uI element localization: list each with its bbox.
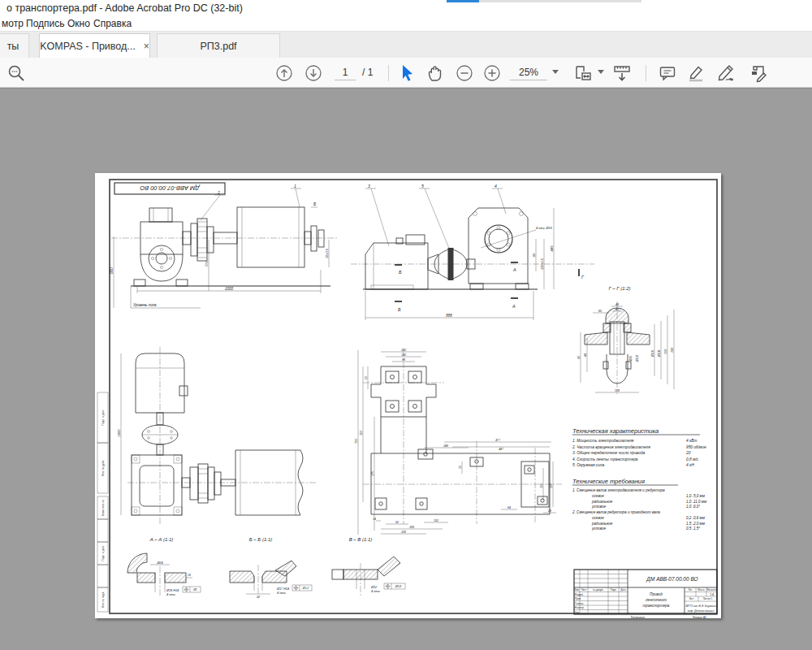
menu-item-view[interactable]: мотр [2, 18, 24, 29]
svg-text:250: 250 [550, 483, 553, 489]
fit-width-icon[interactable] [573, 63, 593, 83]
margin-label: Инв. № подл. [102, 592, 105, 608]
svg-text:800: 800 [110, 267, 114, 274]
fit-dropdown-caret[interactable] [598, 70, 604, 74]
svg-text:720: 720 [355, 439, 358, 444]
svg-text:0,2..0,6 мм: 0,2..0,6 мм [686, 516, 706, 520]
svg-text:Ø108: Ø108 [658, 350, 661, 358]
detail-aa: Ø24 16 Ø18 Н14 4 отв. Ø1 [127, 553, 201, 597]
svg-text:44: 44 [584, 353, 587, 357]
svg-text:Ø105: Ø105 [651, 350, 654, 358]
main-toolbar: 1 / 1 25% [0, 58, 812, 88]
section-title-gg: Г – Г (1:2) [608, 286, 630, 291]
svg-text:Н.контр.: Н.контр. [575, 606, 585, 609]
svg-text:60: 60 [598, 310, 602, 313]
margin-label: Подп. и дата [102, 410, 105, 425]
tab-label: РП3.pdf [200, 41, 236, 52]
svg-text:0,5..1,5°: 0,5..1,5° [686, 526, 700, 531]
zoom-in-icon[interactable] [482, 63, 502, 83]
search-icon[interactable] [6, 63, 26, 83]
svg-text:1. Смещение валов электродвига: 1. Смещение валов электродвигателя и ред… [572, 488, 665, 492]
svg-text:осевое: осевое [592, 516, 604, 520]
comment-tool-icon[interactable] [658, 63, 677, 83]
svg-text:1. Мощность электродвигателя: 1. Мощность электродвигателя [572, 439, 634, 443]
svg-text:Ø18 Н14: Ø18 Н14 [166, 589, 179, 592]
section-title-aa: А – А (1:1) [149, 537, 174, 542]
svg-text:1000: 1000 [225, 287, 234, 291]
position-tolerance-frame: Ø1 [183, 587, 201, 592]
highlight-tool-icon[interactable] [686, 63, 706, 83]
document-canvas[interactable]: .ln { stroke:#2e2e2e; stroke-width:0.8; … [0, 88, 812, 650]
zoom-level-input[interactable]: 25% [510, 65, 547, 80]
svg-text:128: 128 [615, 389, 620, 392]
title-block: Изм. Лист № докум. Подп. Дата Разраб. Пр… [574, 570, 717, 618]
format-label: Формат А1 [693, 616, 706, 619]
pdf-page[interactable]: .ln { stroke:#2e2e2e; stroke-width:0.8; … [95, 173, 721, 618]
bolt-circle-note: 4 отв. Ø19 [536, 227, 553, 230]
tab-kompas-active[interactable]: KOMPAS - Привод...× [39, 33, 150, 58]
svg-text:350: 350 [360, 431, 363, 436]
margin-label: Инв. № дубл. [102, 460, 105, 476]
svg-text:Ø12: Ø12 [370, 586, 378, 589]
view-plan: 1800 [117, 347, 316, 524]
zoom-out-icon[interactable] [455, 63, 474, 83]
svg-text:МГТУ им. Н.Э. Баумана: МГТУ им. Н.Э. Баумана [685, 604, 715, 608]
svg-text:Ø0,8: Ø0,8 [395, 585, 401, 588]
callout-4: 4 [492, 184, 506, 214]
svg-text:4. Скорость ленты транспортера: 4. Скорость ленты транспортера [572, 457, 638, 462]
svg-text:Б: Б [399, 270, 402, 275]
svg-text:радиальное: радиальное [591, 500, 613, 504]
svg-text:Ø1,2: Ø1,2 [302, 587, 309, 590]
margin-label: Подп. и дата [102, 545, 105, 561]
svg-text:84: 84 [508, 506, 511, 509]
loading-progress-fill [447, 0, 479, 2]
next-page-icon[interactable] [304, 63, 323, 83]
fill-sign-icon[interactable] [716, 63, 736, 83]
select-tool-icon[interactable] [398, 63, 417, 83]
tab-label: ты [7, 41, 19, 52]
svg-text:3. Общее передаточное число пр: 3. Общее передаточное число привода [572, 451, 646, 455]
stamp-text: ДМ АВВ-07.00.00 ВО [140, 184, 200, 192]
svg-text:Г: Г [581, 275, 585, 280]
svg-text:888: 888 [446, 314, 452, 318]
svg-text:4: 4 [495, 184, 497, 188]
svg-text:4 отв.: 4 отв. [277, 592, 286, 595]
copied-label: Копировал [631, 616, 645, 619]
edit-pdf-icon[interactable] [749, 63, 768, 83]
engineering-drawing: .ln { stroke:#2e2e2e; stroke-width:0.8; … [95, 173, 721, 618]
detail-bb: 32 Ø17 Н14 4 отв. Ø1,2 [230, 561, 312, 599]
svg-text:190: 190 [671, 348, 674, 353]
menu-item-sign[interactable]: Подпись [26, 18, 65, 29]
svg-text:445: 445 [550, 245, 554, 252]
page-number-input[interactable]: 1 [335, 65, 356, 80]
view-main-front: 4 отв. Ø19 3 5 4 Б Б [351, 184, 721, 321]
svg-text:угловое: угловое [591, 505, 607, 509]
svg-text:каф. Детали машин: каф. Детали машин [688, 609, 715, 613]
svg-text:280: 280 [400, 349, 406, 352]
svg-text:Масштаб: Масштаб [707, 588, 717, 592]
svg-text:5: 5 [421, 184, 424, 188]
view-frame-plan: 280 130 98 50 350 175 720 248 477 447 25… [355, 349, 562, 535]
margin-label: Взам. инв. № [102, 500, 105, 516]
svg-text:130: 130 [401, 353, 406, 357]
tab-rpz[interactable]: РП3.pdf [157, 33, 280, 58]
previous-page-icon[interactable] [274, 63, 294, 83]
tab-tools-partial[interactable]: ты [0, 33, 29, 58]
title-block-designation: ДМ АВВ-07.00.00 ВО [646, 576, 698, 583]
tech-requirements: Технические требования 1. Смещение валов… [572, 478, 707, 531]
svg-text:2: 2 [217, 190, 220, 195]
svg-text:Подп.: Подп. [611, 588, 617, 592]
menu-item-window[interactable]: Окно [67, 18, 90, 29]
hand-tool-icon[interactable] [425, 63, 445, 83]
section-marks: Б Б А А Г Г [395, 262, 721, 314]
svg-text:1:4: 1:4 [710, 593, 714, 596]
title-bar: о транспортера.pdf - Adobe Acrobat Pro D… [0, 0, 812, 16]
svg-text:20: 20 [685, 451, 691, 455]
zoom-dropdown-caret[interactable] [552, 70, 559, 74]
ruler-tool-icon[interactable] [612, 63, 632, 83]
svg-text:Ø24: Ø24 [156, 561, 162, 565]
svg-text:4 кН: 4 кН [686, 463, 694, 467]
menu-item-help[interactable]: Справка [93, 18, 132, 29]
tab-close-icon[interactable]: × [144, 34, 149, 58]
svg-text:92: 92 [577, 356, 581, 359]
